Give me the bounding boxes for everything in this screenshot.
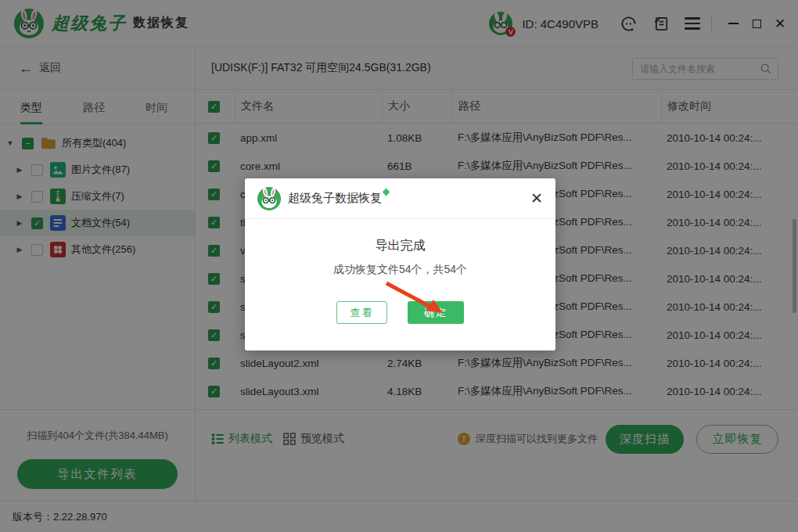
dialog-logo-rabbit-icon bbox=[257, 187, 281, 210]
dialog-message: 成功恢复文件54个，共54个 bbox=[245, 263, 555, 277]
ok-button[interactable]: 确定 bbox=[408, 301, 464, 324]
diamond-decor-icon bbox=[383, 189, 390, 196]
export-complete-dialog: 超级兔子数据恢复 ✕ 导出完成 成功恢复文件54个，共54个 查看 确定 bbox=[245, 178, 555, 350]
dialog-title: 超级兔子数据恢复 bbox=[288, 191, 389, 206]
dialog-close-icon[interactable]: ✕ bbox=[530, 191, 543, 206]
view-button[interactable]: 查看 bbox=[336, 301, 387, 324]
dialog-heading: 导出完成 bbox=[245, 238, 555, 254]
dialog-header: 超级兔子数据恢复 ✕ bbox=[245, 178, 555, 219]
